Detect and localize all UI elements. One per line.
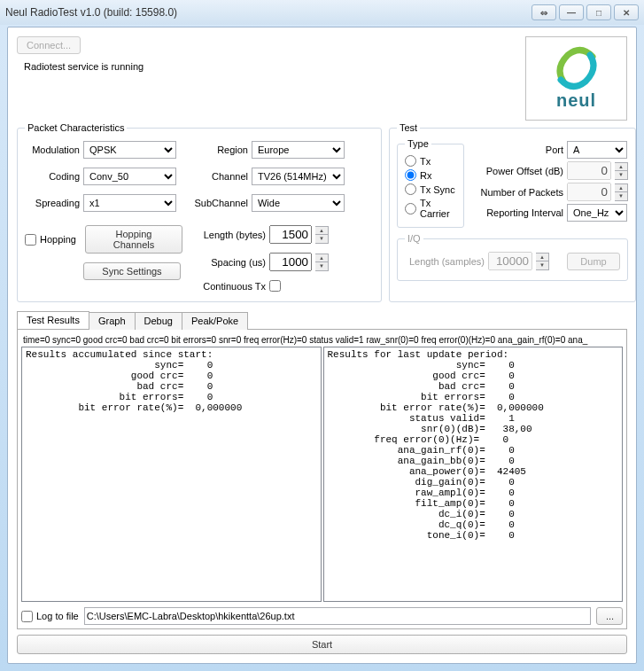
- spreading-select[interactable]: x1: [83, 194, 176, 212]
- num-packets-input[interactable]: [567, 183, 611, 201]
- sync-settings-button[interactable]: Sync Settings: [83, 262, 181, 280]
- spacing-spinner[interactable]: ▲▼: [315, 254, 329, 271]
- txcarrier-radio[interactable]: [405, 203, 416, 215]
- status-text: Radiotest service is running: [24, 61, 144, 72]
- hopping-checkbox[interactable]: [25, 234, 36, 246]
- port-select[interactable]: A: [567, 141, 627, 159]
- length-label: Length (bytes): [191, 230, 266, 240]
- results-summary-line: time=0 sync=0 good crc=0 bad crc=0 bit e…: [21, 333, 623, 347]
- log-path-input[interactable]: [84, 607, 591, 625]
- continuous-tx-checkbox[interactable]: [269, 280, 281, 292]
- iq-group: I/Q Length (samples)▲▼ Dump: [397, 233, 628, 281]
- tab-test-results[interactable]: Test Results: [17, 311, 89, 329]
- channel-label: Channel: [191, 171, 248, 182]
- length-input[interactable]: [269, 225, 312, 244]
- tx-radio[interactable]: [405, 155, 416, 167]
- power-offset-label: Power Offset (dB): [469, 166, 563, 176]
- maximize-icon[interactable]: □: [586, 4, 611, 20]
- connect-button[interactable]: Connect...: [17, 36, 81, 54]
- logo-text: neul: [556, 90, 596, 111]
- num-packets-spinner[interactable]: ▲▼: [615, 183, 628, 201]
- power-offset-spinner[interactable]: ▲▼: [615, 162, 628, 180]
- tx-label: Tx: [420, 156, 431, 167]
- power-offset-input[interactable]: [567, 161, 611, 180]
- txsync-label: Tx Sync: [420, 184, 455, 195]
- reporting-select[interactable]: One_Hz: [567, 204, 627, 222]
- port-label: Port: [469, 144, 563, 155]
- txsync-radio[interactable]: [405, 183, 416, 195]
- coding-select[interactable]: Conv_50: [83, 168, 176, 185]
- packet-legend: Packet Characteristics: [25, 122, 127, 133]
- restore-down-icon[interactable]: ⇔: [531, 4, 556, 20]
- type-group: Type Tx Rx Tx Sync Tx Carrier: [397, 138, 464, 228]
- subchannel-select[interactable]: Wide: [252, 194, 345, 212]
- titlebar: Neul RadioTest v1.0 (build: 15598.0) ⇔ —…: [0, 0, 644, 25]
- iq-legend: I/Q: [405, 233, 423, 244]
- logo: neul: [525, 36, 627, 121]
- main-panel: Connect... Radiotest service is running …: [7, 27, 637, 664]
- window-title: Neul RadioTest v1.0 (build: 15598.0): [5, 6, 529, 19]
- modulation-label: Modulation: [25, 144, 80, 155]
- tab-debug[interactable]: Debug: [135, 312, 182, 330]
- results-right-pane: Results for last update period: sync= 0 …: [323, 347, 624, 602]
- log-to-file-checkbox[interactable]: [21, 611, 33, 622]
- tab-peak-poke[interactable]: Peak/Poke: [182, 312, 248, 330]
- channel-select[interactable]: TV26 (514MHz): [252, 168, 345, 185]
- continuous-label: Continuous Tx: [191, 281, 266, 292]
- minimize-icon[interactable]: —: [559, 4, 584, 20]
- subchannel-label: SubChannel: [191, 198, 248, 208]
- start-button[interactable]: Start: [17, 635, 627, 654]
- hopping-label: Hopping: [40, 234, 76, 245]
- test-group: Test Type Tx Rx Tx Sync Tx Carrier PortA…: [389, 122, 636, 302]
- region-select[interactable]: Europe: [252, 141, 345, 159]
- spreading-label: Spreading: [25, 198, 80, 208]
- length-spinner[interactable]: ▲▼: [315, 226, 329, 244]
- num-packets-label: Number of Packets: [469, 187, 563, 198]
- dump-button: Dump: [567, 253, 620, 270]
- spacing-label: Spacing (us): [191, 257, 266, 268]
- coding-label: Coding: [25, 171, 80, 182]
- txcarrier-label: Tx Carrier: [420, 198, 456, 219]
- tab-graph[interactable]: Graph: [89, 312, 136, 330]
- iq-length-label: Length (samples): [405, 256, 485, 267]
- browse-button[interactable]: ...: [596, 607, 623, 625]
- packet-characteristics-group: Packet Characteristics ModulationQPSK Co…: [17, 122, 382, 302]
- logo-swirl-icon: [550, 46, 603, 90]
- modulation-select[interactable]: QPSK: [83, 141, 176, 159]
- spacing-input[interactable]: [269, 253, 312, 271]
- test-legend: Test: [397, 122, 420, 133]
- close-icon[interactable]: ✕: [614, 4, 639, 20]
- reporting-label: Reporting Interval: [469, 207, 563, 218]
- results-left-pane: Results accumulated since start: sync= 0…: [21, 347, 322, 602]
- region-label: Region: [191, 144, 248, 155]
- iq-length-input: [488, 252, 532, 270]
- hopping-channels-button[interactable]: Hopping Channels: [85, 225, 182, 254]
- type-legend: Type: [405, 138, 431, 149]
- rx-label: Rx: [420, 170, 431, 181]
- log-to-file-label: Log to file: [36, 611, 79, 621]
- rx-radio[interactable]: [405, 169, 416, 181]
- iq-length-spinner: ▲▼: [536, 253, 549, 270]
- results-tabs: Test Results Graph Debug Peak/Poke time=…: [17, 311, 627, 629]
